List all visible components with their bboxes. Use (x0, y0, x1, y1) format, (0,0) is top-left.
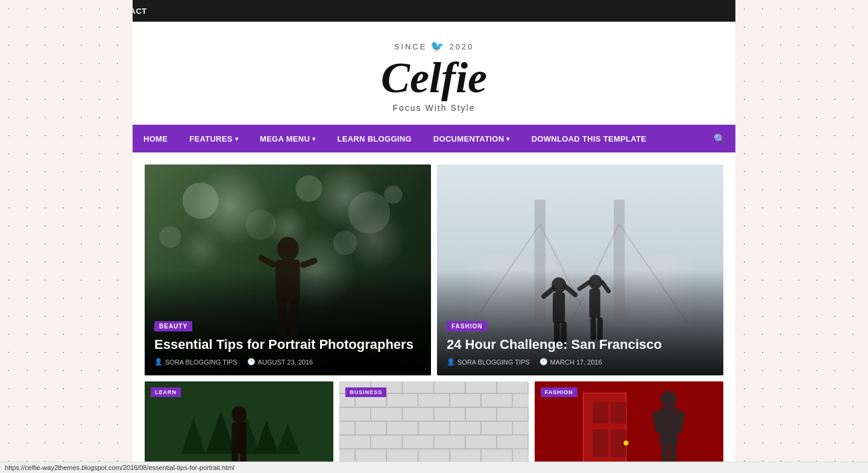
svg-rect-41 (232, 422, 247, 453)
post-2-author: 👤 SORA BLOGGING TIPS (447, 358, 530, 366)
logo-since: SINCE 🐦 2020 (145, 40, 723, 53)
svg-point-87 (623, 440, 628, 445)
featured-post-2[interactable]: FASHION 24 Hour Challenge: San Francisco… (437, 164, 723, 375)
site-logo-title[interactable]: Celfie (145, 54, 723, 102)
post-1-date: 🕐 AUGUST 23, 2016 (247, 358, 313, 366)
status-bar: https://celfie-way2themes.blogspot.com/2… (0, 462, 868, 473)
features-label: FEATURES (189, 134, 233, 143)
small-card-2[interactable]: BUSINESS (339, 381, 528, 466)
person-icon-2: 👤 (447, 358, 455, 366)
search-icon: 🔍 (714, 133, 726, 145)
post-2-title[interactable]: 24 Hour Challenge: San Francisco (447, 336, 714, 354)
year-text: 2020 (449, 42, 474, 51)
post-1-meta: 👤 SORA BLOGGING TIPS 🕐 AUGUST 23, 2016 (154, 358, 421, 366)
purple-nav-items: HOME FEATURES ▾ MEGA MENU ▾ LEARN BLOGGI… (133, 125, 704, 152)
post-2-overlay: FASHION 24 Hour Challenge: San Francisco… (437, 310, 723, 376)
clock-icon-2: 🕐 (539, 358, 548, 366)
documentation-arrow: ▾ (506, 136, 509, 142)
small-card-3[interactable]: FASHION (535, 381, 723, 466)
mega-menu-arrow: ▾ (312, 136, 315, 142)
main-wrapper: SINCE 🐦 2020 Celfie Focus With Style HOM… (133, 22, 735, 473)
post-1-author: 👤 SORA BLOGGING TIPS (154, 358, 237, 366)
background-right (735, 0, 868, 473)
person-icon-1: 👤 (154, 358, 163, 366)
post-1-category[interactable]: BEAUTY (154, 321, 192, 331)
small-card-3-category[interactable]: FASHION (541, 387, 577, 397)
search-button[interactable]: 🔍 (704, 125, 735, 152)
post-2-date: 🕐 MARCH 17, 2016 (539, 358, 602, 366)
small-cards-grid: LEARN (145, 381, 723, 466)
clock-icon-1: 🕐 (247, 358, 256, 366)
svg-point-40 (232, 406, 247, 423)
svg-rect-84 (611, 403, 626, 424)
svg-point-88 (661, 391, 676, 408)
features-arrow: ▾ (235, 136, 238, 142)
svg-rect-89 (659, 407, 678, 444)
background-left (0, 0, 133, 473)
post-2-category[interactable]: FASHION (447, 321, 487, 331)
post-1-title[interactable]: Essential Tips for Portrait Photographer… (154, 336, 421, 354)
status-url: https://celfie-way2themes.blogspot.com/2… (5, 464, 234, 471)
site-logo-subtitle: Focus With Style (145, 103, 723, 113)
bird-icon: 🐦 (430, 40, 445, 53)
purple-nav-home[interactable]: HOME (133, 125, 178, 152)
purple-nav-features[interactable]: FEATURES ▾ (178, 125, 249, 152)
purple-nav-learn-blogging[interactable]: LEARN BLOGGING (326, 125, 422, 152)
small-card-1-category[interactable]: LEARN (151, 387, 181, 397)
small-card-2-category[interactable]: BUSINESS (345, 387, 386, 397)
purple-nav-download[interactable]: DOWNLOAD THIS TEMPLATE (521, 125, 658, 152)
purple-nav-documentation[interactable]: DOCUMENTATION ▾ (423, 125, 521, 152)
since-text: SINCE (394, 42, 427, 51)
featured-post-1[interactable]: BEAUTY Essential Tips for Portrait Photo… (145, 164, 431, 375)
svg-rect-83 (593, 403, 608, 424)
mega-menu-label: MEGA MENU (260, 134, 310, 143)
logo-area: SINCE 🐦 2020 Celfie Focus With Style (133, 22, 735, 125)
svg-rect-85 (593, 430, 608, 457)
featured-grid: BEAUTY Essential Tips for Portrait Photo… (145, 164, 723, 375)
purple-nav: HOME FEATURES ▾ MEGA MENU ▾ LEARN BLOGGI… (133, 125, 735, 152)
purple-nav-mega-menu[interactable]: MEGA MENU ▾ (249, 125, 326, 152)
post-2-meta: 👤 SORA BLOGGING TIPS 🕐 MARCH 17, 2016 (447, 358, 714, 366)
post-1-overlay: BEAUTY Essential Tips for Portrait Photo… (145, 310, 431, 376)
documentation-label: DOCUMENTATION (433, 134, 505, 143)
small-card-1[interactable]: LEARN (145, 381, 333, 466)
